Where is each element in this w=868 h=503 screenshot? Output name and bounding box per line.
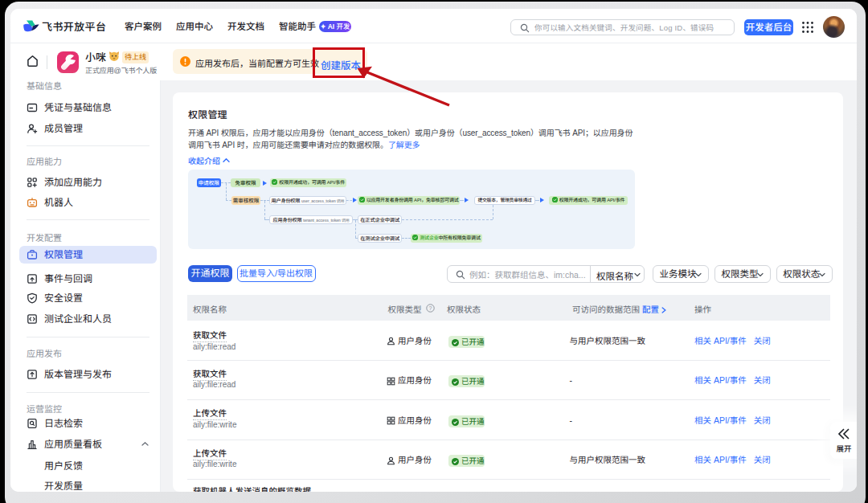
- svg-text:?: ?: [429, 305, 432, 310]
